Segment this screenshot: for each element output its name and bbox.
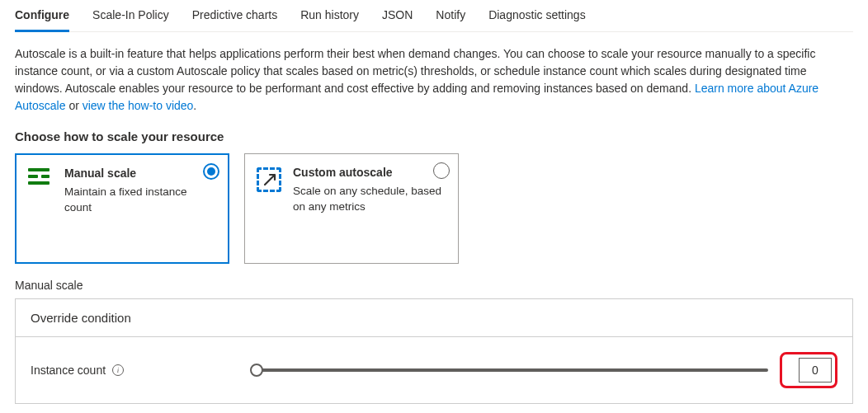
instance-count-label: Instance count [31, 364, 106, 377]
autoscale-description: Autoscale is a built-in feature that hel… [15, 45, 853, 115]
manual-scale-title: Manual scale [64, 167, 216, 180]
tab-diagnostic-settings[interactable]: Diagnostic settings [488, 0, 586, 31]
custom-autoscale-title: Custom autoscale [293, 166, 446, 179]
tab-bar: Configure Scale-In Policy Predictive cha… [15, 0, 853, 32]
instance-count-highlight: 0 [780, 352, 837, 388]
manual-scale-icon [28, 168, 51, 185]
instance-count-value[interactable]: 0 [799, 358, 832, 382]
tab-scale-in-policy[interactable]: Scale-In Policy [92, 0, 169, 31]
manual-scale-radio[interactable] [203, 163, 219, 180]
custom-autoscale-radio[interactable] [433, 162, 450, 179]
description-after: . [193, 99, 196, 112]
info-icon[interactable]: i [112, 364, 124, 376]
manual-scale-section-label: Manual scale [15, 279, 853, 292]
scale-mode-cards: Manual scale Maintain a fixed instance c… [15, 153, 853, 264]
custom-autoscale-icon [257, 167, 281, 192]
description-middle: or [68, 99, 82, 112]
manual-scale-card[interactable]: Manual scale Maintain a fixed instance c… [15, 153, 229, 264]
override-condition-header: Override condition [16, 299, 852, 337]
tab-run-history[interactable]: Run history [300, 0, 359, 31]
tab-json[interactable]: JSON [382, 0, 413, 31]
manual-scale-desc: Maintain a fixed instance count [64, 185, 216, 216]
tab-notify[interactable]: Notify [436, 0, 465, 31]
slider-thumb[interactable] [250, 364, 263, 377]
custom-autoscale-card[interactable]: Custom autoscale Scale on any schedule, … [244, 153, 459, 264]
tab-configure[interactable]: Configure [15, 0, 69, 31]
custom-autoscale-desc: Scale on any schedule, based on any metr… [293, 184, 446, 215]
howto-video-link[interactable]: view the how-to video [83, 99, 194, 112]
tab-predictive-charts[interactable]: Predictive charts [192, 0, 277, 31]
instance-count-slider[interactable] [257, 368, 768, 372]
choose-scale-heading: Choose how to scale your resource [15, 129, 853, 143]
manual-scale-panel: Override condition Instance count i 0 [15, 298, 853, 404]
instance-count-row: Instance count i 0 [16, 337, 852, 403]
